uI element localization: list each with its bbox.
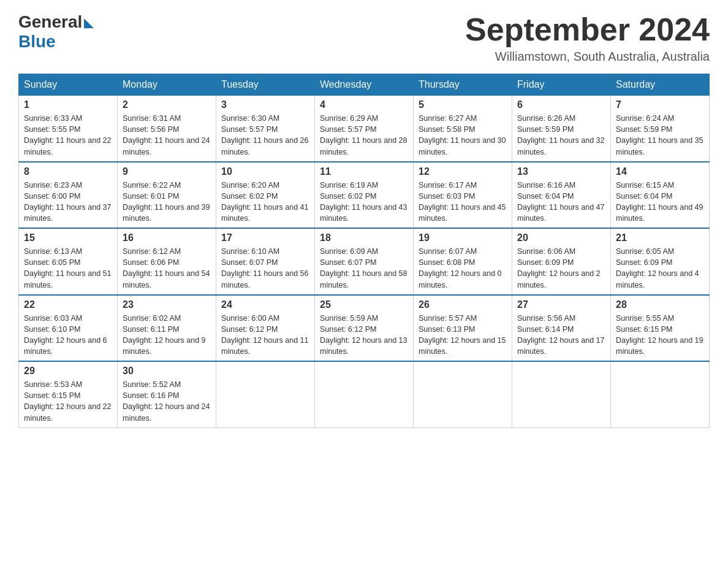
cell-sun-info: Sunrise: 6:13 AMSunset: 6:05 PMDaylight:… [24, 246, 112, 291]
calendar-cell: 8Sunrise: 6:23 AMSunset: 6:00 PMDaylight… [19, 162, 118, 229]
cell-day-number: 23 [123, 299, 211, 310]
cell-day-number: 20 [517, 232, 605, 243]
calendar-cell: 24Sunrise: 6:00 AMSunset: 6:12 PMDayligh… [216, 295, 315, 362]
calendar-cell: 30Sunrise: 5:52 AMSunset: 6:16 PMDayligh… [118, 361, 216, 427]
calendar-cell: 9Sunrise: 6:22 AMSunset: 6:01 PMDaylight… [118, 162, 216, 229]
cell-day-number: 10 [221, 166, 309, 177]
calendar-cell: 23Sunrise: 6:02 AMSunset: 6:11 PMDayligh… [118, 295, 216, 362]
calendar-cell: 13Sunrise: 6:16 AMSunset: 6:04 PMDayligh… [512, 162, 611, 229]
cell-day-number: 6 [517, 99, 605, 110]
calendar-cell: 28Sunrise: 5:55 AMSunset: 6:15 PMDayligh… [611, 295, 710, 362]
calendar-cell [512, 361, 611, 427]
calendar-table: SundayMondayTuesdayWednesdayThursdayFrid… [18, 74, 710, 428]
cell-sun-info: Sunrise: 6:29 AMSunset: 5:57 PMDaylight:… [320, 113, 408, 158]
calendar-cell: 22Sunrise: 6:03 AMSunset: 6:10 PMDayligh… [19, 295, 118, 362]
cell-sun-info: Sunrise: 6:00 AMSunset: 6:12 PMDaylight:… [221, 313, 309, 358]
cell-day-number: 4 [320, 99, 408, 110]
cell-sun-info: Sunrise: 6:02 AMSunset: 6:11 PMDaylight:… [123, 313, 211, 358]
cell-day-number: 28 [616, 299, 704, 310]
calendar-cell: 7Sunrise: 6:24 AMSunset: 5:59 PMDaylight… [611, 96, 710, 162]
cell-sun-info: Sunrise: 6:19 AMSunset: 6:02 PMDaylight:… [320, 180, 408, 224]
cell-day-number: 15 [24, 232, 112, 243]
cell-sun-info: Sunrise: 6:15 AMSunset: 6:04 PMDaylight:… [616, 180, 704, 224]
cell-day-number: 29 [24, 366, 112, 377]
calendar-cell: 10Sunrise: 6:20 AMSunset: 6:02 PMDayligh… [216, 162, 315, 229]
logo: General Blue [18, 12, 94, 52]
day-header-friday: Friday [512, 74, 611, 96]
day-header-sunday: Sunday [19, 74, 118, 96]
location-subtitle: Williamstown, South Australia, Australia [465, 50, 710, 64]
cell-day-number: 25 [320, 299, 408, 310]
calendar-cell: 11Sunrise: 6:19 AMSunset: 6:02 PMDayligh… [315, 162, 414, 229]
cell-sun-info: Sunrise: 6:33 AMSunset: 5:55 PMDaylight:… [24, 113, 112, 158]
cell-day-number: 8 [24, 166, 112, 177]
cell-day-number: 26 [419, 299, 507, 310]
day-header-thursday: Thursday [414, 74, 512, 96]
cell-day-number: 14 [616, 166, 704, 177]
cell-sun-info: Sunrise: 6:23 AMSunset: 6:00 PMDaylight:… [24, 180, 112, 224]
cell-day-number: 3 [221, 99, 309, 110]
cell-sun-info: Sunrise: 6:31 AMSunset: 5:56 PMDaylight:… [123, 113, 211, 158]
calendar-cell [315, 361, 414, 427]
cell-sun-info: Sunrise: 6:12 AMSunset: 6:06 PMDaylight:… [123, 246, 211, 291]
calendar-cell: 25Sunrise: 5:59 AMSunset: 6:12 PMDayligh… [315, 295, 414, 362]
calendar-cell: 4Sunrise: 6:29 AMSunset: 5:57 PMDaylight… [315, 96, 414, 162]
cell-sun-info: Sunrise: 5:55 AMSunset: 6:15 PMDaylight:… [616, 313, 704, 358]
cell-sun-info: Sunrise: 5:53 AMSunset: 6:15 PMDaylight:… [24, 379, 112, 424]
cell-day-number: 13 [517, 166, 605, 177]
calendar-cell: 1Sunrise: 6:33 AMSunset: 5:55 PMDaylight… [19, 96, 118, 162]
calendar-cell: 14Sunrise: 6:15 AMSunset: 6:04 PMDayligh… [611, 162, 710, 229]
cell-sun-info: Sunrise: 6:20 AMSunset: 6:02 PMDaylight:… [221, 180, 309, 224]
calendar-cell: 19Sunrise: 6:07 AMSunset: 6:08 PMDayligh… [414, 228, 512, 295]
page-header: General Blue September 2024 Williamstown… [18, 12, 710, 64]
cell-sun-info: Sunrise: 5:52 AMSunset: 6:16 PMDaylight:… [123, 379, 211, 424]
cell-sun-info: Sunrise: 6:03 AMSunset: 6:10 PMDaylight:… [24, 313, 112, 358]
calendar-week-row: 29Sunrise: 5:53 AMSunset: 6:15 PMDayligh… [19, 361, 710, 427]
cell-day-number: 22 [24, 299, 112, 310]
cell-sun-info: Sunrise: 6:27 AMSunset: 5:58 PMDaylight:… [419, 113, 507, 158]
calendar-header-row: SundayMondayTuesdayWednesdayThursdayFrid… [19, 74, 710, 96]
calendar-cell: 12Sunrise: 6:17 AMSunset: 6:03 PMDayligh… [414, 162, 512, 229]
calendar-week-row: 15Sunrise: 6:13 AMSunset: 6:05 PMDayligh… [19, 228, 710, 295]
cell-sun-info: Sunrise: 6:22 AMSunset: 6:01 PMDaylight:… [123, 180, 211, 224]
day-header-saturday: Saturday [611, 74, 710, 96]
cell-day-number: 2 [123, 99, 211, 110]
calendar-cell: 17Sunrise: 6:10 AMSunset: 6:07 PMDayligh… [216, 228, 315, 295]
cell-sun-info: Sunrise: 6:09 AMSunset: 6:07 PMDaylight:… [320, 246, 408, 291]
calendar-cell: 6Sunrise: 6:26 AMSunset: 5:59 PMDaylight… [512, 96, 611, 162]
logo-general-text: General [18, 12, 82, 32]
cell-day-number: 19 [419, 232, 507, 243]
cell-sun-info: Sunrise: 6:24 AMSunset: 5:59 PMDaylight:… [616, 113, 704, 158]
cell-day-number: 21 [616, 232, 704, 243]
calendar-title-area: September 2024 Williamstown, South Austr… [465, 12, 710, 64]
cell-sun-info: Sunrise: 6:30 AMSunset: 5:57 PMDaylight:… [221, 113, 309, 158]
cell-day-number: 9 [123, 166, 211, 177]
calendar-cell: 21Sunrise: 6:05 AMSunset: 6:09 PMDayligh… [611, 228, 710, 295]
cell-sun-info: Sunrise: 5:57 AMSunset: 6:13 PMDaylight:… [419, 313, 507, 358]
cell-day-number: 16 [123, 232, 211, 243]
cell-sun-info: Sunrise: 5:56 AMSunset: 6:14 PMDaylight:… [517, 313, 605, 358]
day-header-wednesday: Wednesday [315, 74, 414, 96]
logo-blue-text: Blue [18, 32, 56, 51]
calendar-cell [414, 361, 512, 427]
cell-sun-info: Sunrise: 6:06 AMSunset: 6:09 PMDaylight:… [517, 246, 605, 291]
calendar-week-row: 22Sunrise: 6:03 AMSunset: 6:10 PMDayligh… [19, 295, 710, 362]
cell-sun-info: Sunrise: 6:05 AMSunset: 6:09 PMDaylight:… [616, 246, 704, 291]
calendar-cell: 5Sunrise: 6:27 AMSunset: 5:58 PMDaylight… [414, 96, 512, 162]
cell-day-number: 12 [419, 166, 507, 177]
cell-day-number: 17 [221, 232, 309, 243]
calendar-cell: 29Sunrise: 5:53 AMSunset: 6:15 PMDayligh… [19, 361, 118, 427]
cell-sun-info: Sunrise: 6:17 AMSunset: 6:03 PMDaylight:… [419, 180, 507, 224]
calendar-cell: 3Sunrise: 6:30 AMSunset: 5:57 PMDaylight… [216, 96, 315, 162]
cell-day-number: 11 [320, 166, 408, 177]
calendar-week-row: 1Sunrise: 6:33 AMSunset: 5:55 PMDaylight… [19, 96, 710, 162]
cell-sun-info: Sunrise: 6:10 AMSunset: 6:07 PMDaylight:… [221, 246, 309, 291]
logo-triangle-icon [84, 18, 94, 28]
cell-day-number: 24 [221, 299, 309, 310]
cell-sun-info: Sunrise: 6:16 AMSunset: 6:04 PMDaylight:… [517, 180, 605, 224]
cell-sun-info: Sunrise: 5:59 AMSunset: 6:12 PMDaylight:… [320, 313, 408, 358]
cell-day-number: 5 [419, 99, 507, 110]
calendar-cell [611, 361, 710, 427]
cell-sun-info: Sunrise: 6:26 AMSunset: 5:59 PMDaylight:… [517, 113, 605, 158]
cell-day-number: 7 [616, 99, 704, 110]
